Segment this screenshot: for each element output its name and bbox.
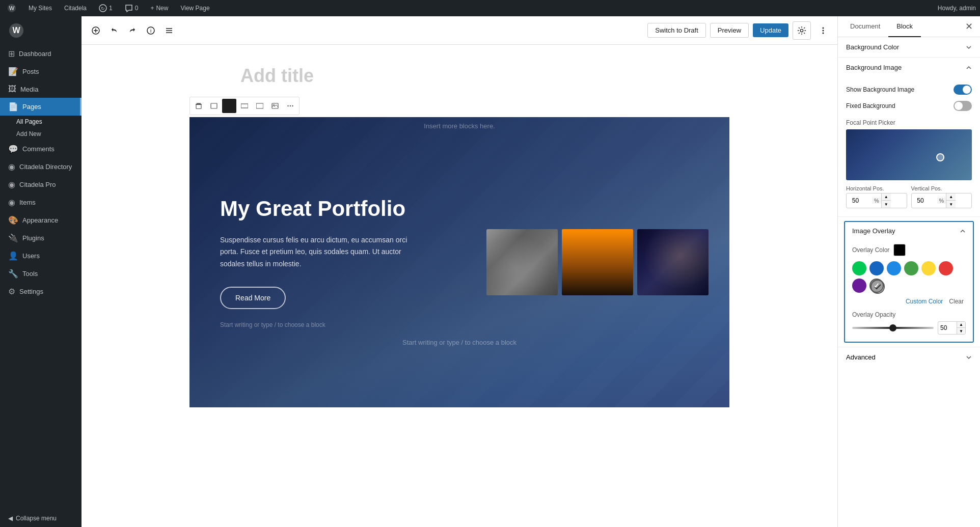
block-delete-button[interactable] [192, 99, 206, 113]
vertical-pos-unit: % [937, 198, 946, 204]
vertical-pos-up[interactable]: ▲ [946, 193, 956, 201]
block-more-button[interactable] [283, 99, 297, 113]
opacity-slider[interactable] [852, 327, 934, 329]
sidebar-item-posts[interactable]: 📝 Posts [0, 63, 81, 80]
gallery-row [486, 229, 719, 295]
admin-bar: W My Sites Citadela ↻ 1 0 + New View Pag… [0, 0, 980, 16]
horizontal-pos-down[interactable]: ▼ [882, 201, 891, 208]
info-button[interactable]: i [143, 22, 159, 39]
read-more-button[interactable]: Read More [220, 287, 286, 309]
editor-area: i Switch to Draft Preview Update [81, 16, 837, 527]
gallery-image-2[interactable] [562, 229, 633, 295]
editor-toolbar: i Switch to Draft Preview Update [81, 16, 837, 45]
redo-button[interactable] [124, 22, 141, 39]
background-color-header[interactable]: Background Color [838, 37, 980, 57]
page-title-input[interactable]: Add title [240, 65, 678, 87]
panel-content: Background Color Background Image Show B… [838, 37, 980, 527]
block-align-center-button[interactable] [222, 99, 236, 113]
sidebar-item-media[interactable]: 🖼 Media [0, 80, 81, 98]
opacity-row: ▲ ▼ [852, 321, 966, 335]
color-dot-blue[interactable] [887, 261, 901, 275]
block-align-left-button[interactable] [207, 99, 221, 113]
adminbar-site-name[interactable]: Citadela [61, 0, 90, 16]
sidebar-item-pages[interactable]: 📄 Pages [0, 98, 81, 116]
svg-rect-23 [241, 104, 248, 108]
horizontal-pos-input[interactable] [847, 195, 872, 206]
sidebar-item-dashboard[interactable]: ⊞ Dashboard [0, 45, 81, 63]
switch-to-draft-button[interactable]: Switch to Draft [647, 23, 706, 38]
overlay-color-swatch[interactable] [893, 244, 906, 256]
block-full-width-button[interactable] [253, 99, 267, 113]
horizontal-pos-input-wrap: % ▲ ▼ [846, 193, 907, 208]
tab-block[interactable]: Block [888, 16, 921, 37]
collapse-menu[interactable]: ◀ Collapse menu [0, 510, 81, 527]
hero-title[interactable]: My Great Portfolio [220, 196, 456, 221]
sidebar-item-users[interactable]: 👤 Users [0, 247, 81, 265]
editor-content[interactable]: Add title [81, 45, 837, 527]
start-writing-hint-3: Start writing or type / to choose a bloc… [189, 418, 729, 435]
hero-text[interactable]: Suspendisse cursus felis eu arcu dictum,… [220, 234, 414, 270]
horizontal-pos-up[interactable]: ▲ [882, 193, 891, 201]
fixed-background-toggle[interactable] [954, 101, 972, 111]
update-button[interactable]: Update [753, 23, 788, 37]
color-dot-dark-blue[interactable] [869, 261, 884, 275]
opacity-up[interactable]: ▲ [957, 322, 965, 328]
svg-rect-20 [196, 105, 201, 109]
color-dot-green[interactable] [852, 261, 866, 275]
horizontal-pos-field: Horizontal Pos. % ▲ ▼ [846, 185, 907, 208]
undo-button[interactable] [106, 22, 122, 39]
gallery-image-1[interactable] [486, 229, 558, 295]
adminbar-view-page[interactable]: View Page [177, 0, 212, 16]
adminbar-comments[interactable]: 0 [122, 0, 142, 16]
tab-document[interactable]: Document [842, 16, 888, 37]
add-block-button[interactable] [88, 22, 104, 39]
hero-gallery [486, 117, 729, 407]
adminbar-user: Howdy, admin [938, 5, 976, 12]
block-wide-button[interactable] [237, 99, 252, 113]
color-dot-selected[interactable] [869, 279, 884, 293]
color-dot-purple[interactable] [852, 279, 866, 293]
focal-point-picker[interactable] [846, 129, 972, 180]
hero-block[interactable]: Insert more blocks here. My Great Portfo… [189, 117, 729, 407]
vertical-pos-input[interactable] [912, 195, 937, 206]
color-dot-medium-green[interactable] [904, 261, 918, 275]
more-options-button[interactable] [815, 22, 831, 39]
color-dot-red[interactable] [939, 261, 953, 275]
sidebar-item-items[interactable]: ◉ Items [0, 193, 81, 211]
opacity-down[interactable]: ▼ [957, 328, 965, 334]
vertical-pos-down[interactable]: ▼ [946, 201, 956, 208]
sidebar-item-settings[interactable]: ⚙ Settings [0, 283, 81, 300]
show-background-image-toggle[interactable] [954, 85, 972, 95]
panel-close-button[interactable]: ✕ [962, 19, 976, 34]
sidebar-item-plugins[interactable]: 🔌 Plugins [0, 229, 81, 247]
gallery-image-3[interactable] [637, 229, 709, 295]
advanced-section[interactable]: Advanced [838, 347, 980, 367]
block-image-button[interactable] [268, 99, 282, 113]
custom-color-link[interactable]: Custom Color [906, 298, 943, 305]
preview-button[interactable]: Preview [710, 23, 749, 38]
chevron-up-icon [966, 65, 972, 71]
sidebar-sub-all-pages[interactable]: All Pages [0, 116, 81, 128]
sidebar-item-citadela-directory[interactable]: ◉ Citadela Directory [0, 158, 81, 176]
sidebar-item-citadela-pro[interactable]: ◉ Citadela Pro [0, 176, 81, 193]
menu-button[interactable] [161, 22, 177, 39]
color-dot-yellow[interactable] [921, 261, 936, 275]
svg-text:i: i [150, 28, 151, 34]
comments-icon: 💬 [8, 144, 18, 154]
show-background-toggle-row: Show Background Image [846, 81, 972, 98]
sidebar-sub-add-new[interactable]: Add New [0, 128, 81, 140]
panel-tabs: Document Block ✕ [838, 16, 980, 37]
adminbar-updates[interactable]: ↻ 1 [96, 0, 116, 16]
sidebar-item-comments[interactable]: 💬 Comments [0, 140, 81, 158]
image-overlay-header[interactable]: Image Overlay [845, 222, 973, 240]
sidebar-item-appearance[interactable]: 🎨 Appearance [0, 211, 81, 229]
vertical-pos-label: Vertical Pos. [911, 185, 972, 191]
opacity-input[interactable] [938, 323, 957, 333]
adminbar-wp-logo[interactable]: W [4, 0, 19, 16]
background-image-header[interactable]: Background Image [838, 58, 980, 77]
settings-button[interactable] [793, 21, 811, 40]
adminbar-my-sites[interactable]: My Sites [25, 0, 55, 16]
clear-button[interactable]: Clear [947, 297, 966, 306]
adminbar-new[interactable]: + New [147, 0, 171, 16]
sidebar-item-tools[interactable]: 🔧 Tools [0, 265, 81, 283]
